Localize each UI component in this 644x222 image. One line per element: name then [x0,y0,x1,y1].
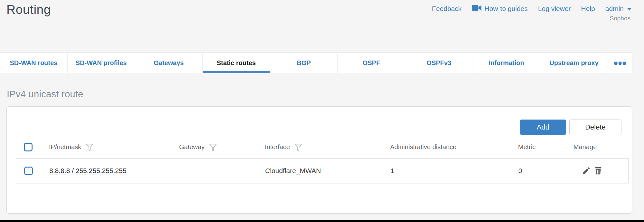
row-checkbox[interactable] [24,167,33,175]
tab-sdwan-routes[interactable]: SD-WAN routes [0,53,67,73]
column-header-interface: Interface [265,142,390,151]
routing-tabs: SD-WAN routes SD-WAN profiles Gateways S… [0,53,632,73]
routing-page: Routing Feedback How-to guides Log viewe… [0,0,644,222]
more-tabs-button[interactable] [608,53,632,73]
log-viewer-link[interactable]: Log viewer [538,5,571,13]
table-row: 8.8.8.8 / 255.255.255.255 Cloudflare_MWA… [16,158,629,183]
trash-icon[interactable] [594,166,603,175]
table-toolbar: Add Delete [520,120,621,135]
chevron-down-icon [627,5,632,13]
row-interface-value: Cloudflare_MWAN [265,167,390,175]
route-ip-link[interactable]: 8.8.8.8 / 255.255.255.255 [49,167,126,174]
page-title: Routing [6,3,51,17]
tab-static-routes[interactable]: Static routes [202,53,270,73]
filter-icon[interactable] [294,143,303,151]
feedback-link[interactable]: Feedback [432,5,462,13]
edit-icon[interactable] [582,166,591,175]
column-header-metric: Metric [518,143,573,151]
ellipsis-icon [614,59,626,67]
section-heading: IPv4 unicast route [7,89,83,100]
delete-button[interactable]: Delete [569,120,621,135]
screen-bottom-edge [0,220,644,222]
column-header-gateway: Gateway [179,142,265,151]
tab-sdwan-profiles[interactable]: SD-WAN profiles [67,53,135,73]
tab-bgp[interactable]: BGP [270,53,338,73]
select-all-checkbox[interactable] [24,143,33,151]
tab-ospfv3[interactable]: OSPFv3 [405,53,473,73]
user-menu[interactable]: admin [605,5,632,13]
column-header-manage: Manage [573,143,629,151]
filter-icon[interactable] [209,143,217,151]
column-header-administrative-distance: Administrative distance [390,143,518,151]
tab-ospf[interactable]: OSPF [337,53,405,73]
tab-upstream-proxy[interactable]: Upstream proxy [540,53,608,73]
column-header-ip-netmask: IP/netmask [49,142,179,151]
video-camera-icon [472,5,482,13]
brand-label: Sophos [610,15,630,22]
row-manage-cell [574,166,628,175]
top-navigation: Feedback How-to guides Log viewer Help a… [432,5,632,13]
row-administrative-distance-value: 1 [390,167,518,175]
add-button[interactable]: Add [520,120,566,135]
table-header-row: IP/netmask Gateway Interface Administrat… [16,139,629,155]
howto-guides-link[interactable]: How-to guides [472,5,528,13]
row-metric-value: 0 [518,167,574,175]
tab-information[interactable]: Information [473,53,540,73]
tab-gateways[interactable]: Gateways [135,53,202,73]
filter-icon[interactable] [85,143,94,151]
ipv4-unicast-route-panel: Add Delete IP/netmask Gateway Interface [6,106,632,214]
help-link[interactable]: Help [581,5,595,13]
